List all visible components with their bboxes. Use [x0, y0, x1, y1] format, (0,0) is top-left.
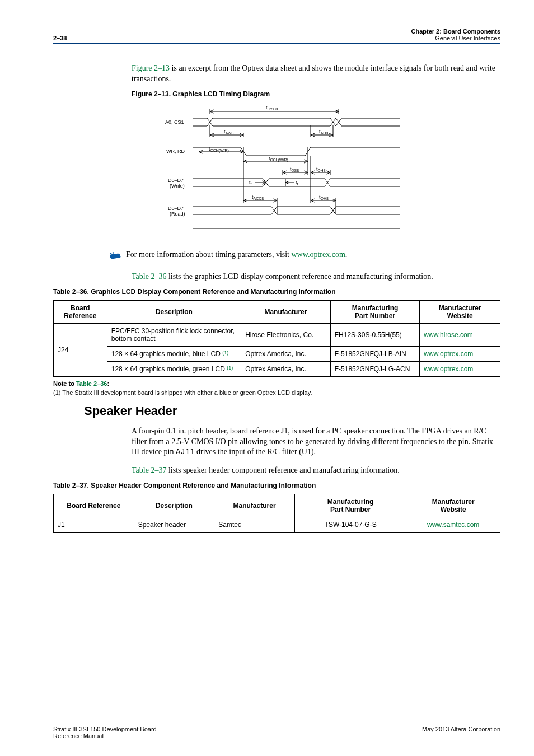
speaker-para-2: Table 2–37 lists speaker header componen…: [132, 465, 500, 476]
table36-note-body: (1) The Stratix III development board is…: [53, 389, 500, 396]
table-header: Manufacturer: [241, 300, 331, 323]
svg-point-12: [113, 252, 114, 254]
figure-caption: Figure 2–13. Graphics LCD Timing Diagram: [132, 90, 500, 98]
svg-text:tDH8: tDH8: [316, 166, 326, 172]
site-cell: www.hirose.com: [420, 323, 500, 346]
table-header: Board Reference: [54, 494, 134, 517]
table-header: Manufacturer: [214, 494, 295, 517]
signal-d0d7-write: D0–D7: [168, 178, 184, 183]
part-cell: FH12S-30S-0.55H(55): [330, 323, 420, 346]
site-cell: www.optrex.com: [420, 346, 500, 361]
svg-point-11: [110, 253, 112, 254]
mfr-site-link[interactable]: www.samtec.com: [427, 521, 479, 529]
svg-text:tACC8: tACC8: [252, 194, 264, 200]
speaker-header-title: Speaker Header: [84, 404, 500, 418]
table-row: 128 × 64 graphics module, green LCD (1) …: [54, 361, 500, 376]
chapter-header: Chapter 2: Board Components General User…: [411, 28, 500, 41]
figure-intro-paragraph: Figure 2–13 is an excerpt from the Optre…: [132, 63, 500, 85]
mfr-site-link[interactable]: www.optrex.com: [424, 350, 473, 358]
mfr-cell: Optrex America, Inc.: [241, 361, 331, 376]
table36-note-heading: Note to Table 2–36:: [53, 380, 500, 387]
site-cell: www.samtec.com: [406, 517, 500, 533]
table36-intro-text: lists the graphics LCD display component…: [166, 272, 433, 281]
svg-text:tCYC8: tCYC8: [266, 105, 278, 111]
pointer-note-row: For more information about timing parame…: [109, 250, 500, 264]
mfr-cell: Samtec: [214, 517, 295, 533]
part-cell: TSW-104-07-G-S: [294, 517, 406, 533]
figure-intro-text: is an excerpt from the Optrex data sheet…: [132, 64, 495, 83]
signal-a0-cs1: A0, CS1: [165, 119, 184, 125]
signal-d0d7-write-sub: (Write): [170, 183, 185, 189]
board-ref-cell: J1: [54, 517, 134, 533]
svg-text:tOH8: tOH8: [319, 194, 329, 200]
table36-intro-paragraph: Table 2–36 lists the graphics LCD displa…: [132, 272, 500, 282]
table36-ref-link[interactable]: Table 2–36: [132, 272, 166, 281]
signal-wr-rd: WR, RD: [166, 148, 185, 154]
timing-diagram: A0, CS1 WR, RD D0–D7 (Write) D0–D7 (Read…: [53, 102, 500, 242]
table-header: BoardReference: [54, 300, 107, 323]
table-header: Description: [107, 300, 241, 323]
mfr-cell: Hirose Electronics, Co.: [241, 323, 331, 346]
pointer-icon: [109, 250, 126, 264]
svg-text:tCCL(W/R): tCCL(W/R): [269, 156, 288, 162]
footer-right: May 2013 Altera Corporation: [422, 726, 500, 739]
table37-caption: Table 2–37. Speaker Header Component Ref…: [53, 482, 500, 489]
pointer-note-a: For more information about timing parame…: [126, 250, 292, 259]
svg-text:tDS8: tDS8: [290, 166, 299, 172]
chapter-line: Chapter 2: Board Components: [411, 28, 500, 35]
page-number: 2–38: [53, 35, 67, 41]
table-header: ManufacturerWebsite: [420, 300, 500, 323]
desc-cell: 128 × 64 graphics module, green LCD (1): [107, 361, 241, 376]
table-row: J1 Speaker header Samtec TSW-104-07-G-S …: [54, 517, 500, 533]
footer-left: Stratix III 3SL150 Development BoardRefe…: [53, 726, 157, 739]
table36-caption: Table 2–36. Graphics LCD Display Compone…: [53, 288, 500, 296]
signal-d0d7-read: D0–D7: [168, 206, 184, 211]
desc-cell: Speaker header: [134, 517, 214, 533]
desc-cell: FPC/FFC 30-position flick lock connector…: [107, 323, 241, 346]
figure-ref-link[interactable]: Figure 2–13: [132, 64, 170, 72]
pointer-note-text: For more information about timing parame…: [126, 250, 500, 259]
site-cell: www.optrex.com: [420, 361, 500, 376]
table-header: ManufacturingPart Number: [294, 494, 406, 517]
svg-text:tAW8: tAW8: [224, 129, 234, 135]
page-header: 2–38 Chapter 2: Board Components General…: [53, 28, 500, 44]
table-37: Board Reference Description Manufacturer…: [53, 494, 500, 533]
table-row: 128 × 64 graphics module, blue LCD (1) O…: [54, 346, 500, 361]
svg-text:tf: tf: [249, 180, 252, 186]
table36-note-link[interactable]: Table 2–36: [76, 380, 107, 387]
svg-text:tAH8: tAH8: [319, 129, 328, 135]
mfr-site-link[interactable]: www.optrex.com: [424, 365, 473, 373]
part-cell: F-51852GNFQJ-LG-ACN: [330, 361, 420, 376]
mfr-cell: Optrex America, Inc.: [241, 346, 331, 361]
part-cell: F-51852GNFQJ-LB-AIN: [330, 346, 420, 361]
optrex-link[interactable]: www.optrex.com: [292, 250, 345, 259]
table-row: J24 FPC/FFC 30-position flick lock conne…: [54, 323, 500, 346]
svg-text:tr: tr: [296, 180, 299, 186]
table-header: Description: [134, 494, 214, 517]
board-ref-cell: J24: [54, 323, 107, 376]
mfr-site-link[interactable]: www.hirose.com: [424, 331, 472, 339]
table37-ref-link[interactable]: Table 2–37: [132, 466, 166, 474]
table-header: ManufacturingPart Number: [330, 300, 420, 323]
section-line: General User Interfaces: [435, 35, 500, 41]
signal-d0d7-read-sub: (Read): [170, 211, 185, 217]
desc-cell: 128 × 64 graphics module, blue LCD (1): [107, 346, 241, 361]
table-header: ManufacturerWebsite: [406, 494, 500, 517]
pointer-note-b: .: [345, 250, 348, 259]
speaker-para-1: A four-pin 0.1 in. pitch header, board r…: [132, 426, 500, 458]
device-pin-mono: AJ11: [176, 447, 195, 456]
table-36: BoardReference Description Manufacturer …: [53, 300, 500, 377]
page-footer: Stratix III 3SL150 Development BoardRefe…: [53, 726, 500, 739]
